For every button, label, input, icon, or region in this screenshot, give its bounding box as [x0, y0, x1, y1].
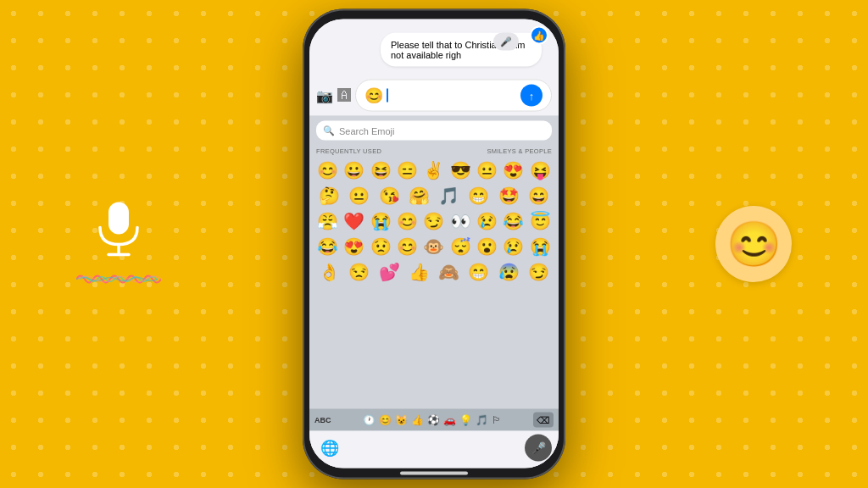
emoji-cell[interactable]: 😐	[475, 158, 500, 182]
delete-button[interactable]: ⌫	[533, 413, 554, 428]
emoji-cell[interactable]: 🎵	[437, 184, 462, 208]
dictation-button[interactable]: 🎤	[525, 435, 552, 462]
cat-toolbar-icon[interactable]: 😺	[395, 414, 408, 426]
emoji-cell[interactable]: 🤔	[317, 184, 342, 208]
emoji-cell[interactable]: 😰	[496, 260, 521, 284]
emoji-cell[interactable]: 😢	[475, 209, 500, 233]
ball-toolbar-icon[interactable]: ⚽	[427, 414, 440, 426]
emoji-cell[interactable]: 😁	[466, 260, 492, 284]
phone-screen: Please tell that to Christian. I am not …	[309, 19, 559, 469]
emoji-cell[interactable]: 😒	[347, 260, 372, 284]
emoji-cell[interactable]: 😑	[395, 158, 420, 182]
emoji-row-3: 😤 ❤️ 😭 😊 😏 👀 😢 😂 😇	[314, 209, 554, 233]
message-input[interactable]: 😊 ↑	[355, 80, 552, 112]
svg-rect-0	[108, 202, 129, 235]
frequently-used-label: FREQUENTLY USED	[316, 147, 381, 155]
music-toolbar-icon[interactable]: 🎵	[476, 414, 488, 426]
emoji-cell[interactable]: 😏	[421, 209, 447, 233]
emoji-cell[interactable]: 😢	[501, 235, 526, 258]
mic-indicator: 🎤	[493, 33, 519, 51]
microphone-icon	[93, 201, 144, 264]
emoji-cell[interactable]: 🤗	[406, 184, 431, 208]
emoji-cell[interactable]: 🙈	[437, 260, 462, 284]
search-icon: 🔍	[323, 125, 335, 136]
decorative-emoji-right: 😊	[715, 206, 792, 282]
input-emoji: 😊	[364, 86, 383, 105]
emoji-cell[interactable]: 😊	[395, 235, 420, 258]
emoji-row-2: 🤔 😐 😘 🤗 🎵 😁 🤩 😄	[314, 184, 554, 208]
emoji-row-1: 😊 😀 😆 😑 ✌️ 😎 😐 😍 😝	[314, 158, 554, 182]
emoji-cell[interactable]: 😮	[475, 235, 500, 258]
emoji-cell[interactable]: 🐵	[421, 235, 447, 258]
emoji-cell[interactable]: 😇	[527, 209, 553, 233]
phone-frame: Please tell that to Christian. I am not …	[303, 9, 565, 480]
home-indicator	[400, 472, 468, 475]
globe-icon: 🌐	[320, 439, 339, 458]
car-toolbar-icon[interactable]: 🚗	[443, 414, 456, 426]
emoji-row-4: 😂 😍 😟 😊 🐵 😴 😮 😢 😭	[314, 235, 554, 258]
siri-wave-icon	[76, 271, 161, 288]
emoji-cell[interactable]: ❤️	[342, 209, 367, 233]
hand-toolbar-icon[interactable]: 👍	[411, 414, 424, 426]
smileys-label: SMILEYS & PEOPLE	[487, 147, 553, 155]
emoji-keyboard: 🔍 Search Emoji FREQUENTLY USED SMILEYS &…	[309, 116, 559, 469]
emoji-cell[interactable]: 😎	[448, 158, 473, 182]
phone-bottom-bar: 🌐 🎤	[309, 431, 559, 469]
emoji-cell[interactable]: 😘	[376, 184, 402, 208]
emoji-cell[interactable]: 👍	[406, 260, 431, 284]
send-button[interactable]: ↑	[520, 85, 542, 107]
emoji-cell[interactable]: 😊	[395, 209, 420, 233]
text-cursor	[387, 89, 388, 103]
emoji-cell[interactable]: 😴	[448, 235, 473, 258]
messages-area: Please tell that to Christian. I am not …	[309, 19, 559, 75]
camera-icon[interactable]: 📷	[316, 87, 333, 103]
emoji-cell[interactable]: 😍	[342, 235, 367, 258]
input-bar: 📷 🅰 😊 ↑	[309, 75, 559, 116]
emoji-cell[interactable]: 😏	[526, 260, 551, 284]
flag-toolbar-icon[interactable]: 🏳	[492, 414, 502, 426]
emoji-cell[interactable]: 👌	[317, 260, 342, 284]
emoji-cell[interactable]: 👀	[448, 209, 473, 233]
bulb-toolbar-icon[interactable]: 💡	[459, 414, 472, 426]
clock-toolbar-icon[interactable]: 🕐	[363, 414, 376, 426]
smiley-toolbar-icon[interactable]: 😊	[379, 414, 392, 426]
emoji-cell[interactable]: 😝	[527, 158, 553, 182]
emoji-cell[interactable]: 😐	[347, 184, 372, 208]
emoji-cell[interactable]: 😭	[527, 235, 553, 258]
category-labels: FREQUENTLY USED SMILEYS & PEOPLE	[309, 146, 559, 157]
emoji-search-area: 🔍 Search Emoji	[309, 116, 559, 146]
emoji-cell[interactable]: 😍	[501, 158, 526, 182]
emoji-cell[interactable]: 💕	[376, 260, 402, 284]
emoji-cell[interactable]: 😂	[501, 209, 526, 233]
search-box[interactable]: 🔍 Search Emoji	[316, 121, 552, 141]
emoji-cell[interactable]: 🤩	[496, 184, 521, 208]
search-placeholder: Search Emoji	[339, 125, 394, 136]
globe-button[interactable]: 🌐	[316, 435, 343, 462]
emoji-row-5: 👌 😒 💕 👍 🙈 😁 😰 😏	[314, 260, 554, 284]
abc-button[interactable]: ABC	[314, 416, 331, 424]
keyboard-toolbar: ABC 🕐 😊 😺 👍 ⚽ 🚗 💡 🎵 🏳 ⌫	[309, 409, 559, 431]
siri-decoration	[76, 201, 161, 288]
emoji-cell[interactable]: 😀	[342, 158, 367, 182]
emoji-cell[interactable]: 😂	[315, 235, 341, 258]
emoji-cell[interactable]: 😊	[315, 158, 341, 182]
reaction-badge: 👍	[530, 26, 548, 45]
emoji-cell[interactable]: 😆	[368, 158, 393, 182]
emoji-cell[interactable]: 😭	[368, 209, 393, 233]
emoji-cell[interactable]: 😟	[368, 235, 393, 258]
emoji-cell[interactable]: 😄	[526, 184, 551, 208]
app-icon[interactable]: 🅰	[337, 88, 351, 103]
emoji-cell[interactable]: ✌️	[421, 158, 447, 182]
mic-button-icon: 🎤	[531, 441, 546, 455]
emoji-cell[interactable]: 😁	[466, 184, 492, 208]
toolbar-icons: 🕐 😊 😺 👍 ⚽ 🚗 💡 🎵 🏳	[363, 414, 502, 426]
emoji-cell[interactable]: 😤	[315, 209, 341, 233]
emoji-grid: 😊 😀 😆 😑 ✌️ 😎 😐 😍 😝 🤔 😐 😘 🤗 🎵	[309, 157, 559, 409]
mic-small-icon: 🎤	[500, 36, 512, 47]
